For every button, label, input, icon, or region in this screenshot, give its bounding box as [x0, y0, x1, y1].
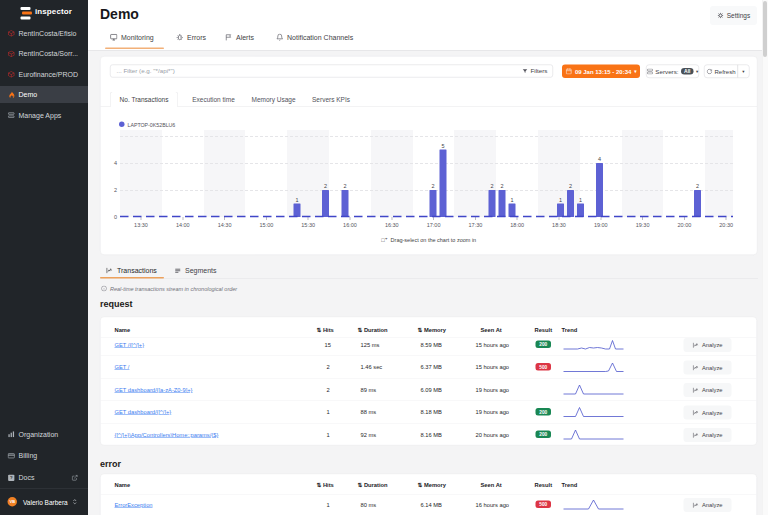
- svg-text:?: ?: [10, 475, 13, 480]
